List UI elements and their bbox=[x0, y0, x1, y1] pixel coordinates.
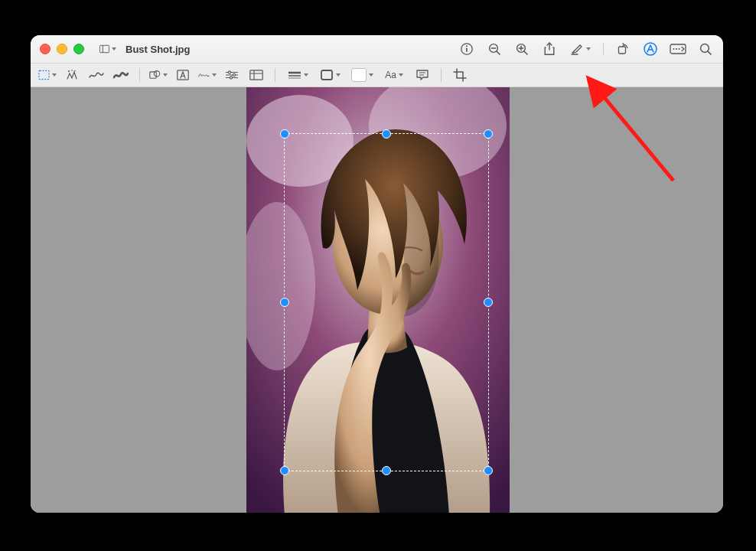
rotate-icon[interactable] bbox=[614, 41, 631, 57]
zoom-in-icon[interactable] bbox=[513, 41, 530, 57]
separator bbox=[441, 68, 442, 82]
selection-tool-button[interactable] bbox=[38, 67, 57, 83]
svg-rect-13 bbox=[619, 47, 626, 54]
svg-point-24 bbox=[71, 70, 73, 71]
svg-point-31 bbox=[233, 73, 235, 76]
selection-handle-top-mid[interactable] bbox=[382, 129, 391, 139]
svg-rect-25 bbox=[150, 72, 156, 78]
sidebar-toggle-button[interactable] bbox=[96, 39, 119, 59]
selection-handle-top-right[interactable] bbox=[484, 129, 493, 139]
selection-handle-mid-right[interactable] bbox=[484, 298, 493, 307]
zoom-out-icon[interactable] bbox=[486, 41, 503, 57]
sign-button[interactable] bbox=[198, 67, 217, 83]
svg-line-6 bbox=[497, 51, 500, 54]
instant-alpha-icon[interactable] bbox=[63, 67, 81, 83]
svg-rect-34 bbox=[250, 70, 262, 80]
selection-handle-mid-left[interactable] bbox=[280, 298, 289, 307]
minimize-window-button[interactable] bbox=[57, 44, 67, 54]
svg-rect-15 bbox=[670, 44, 686, 54]
shape-style-button[interactable] bbox=[285, 67, 311, 83]
markup-toolbar: Aa bbox=[31, 64, 723, 87]
zoom-window-button[interactable] bbox=[73, 44, 84, 54]
preview-window: Bust Shot.jpg bbox=[31, 35, 723, 513]
svg-point-33 bbox=[230, 77, 232, 79]
svg-point-3 bbox=[466, 45, 468, 47]
svg-rect-21 bbox=[39, 70, 49, 79]
svg-rect-40 bbox=[321, 70, 332, 80]
close-window-button[interactable] bbox=[40, 44, 51, 54]
markup-toggle-icon[interactable] bbox=[642, 41, 659, 57]
draw-icon[interactable] bbox=[112, 67, 130, 83]
document-title: Bust Shot.jpg bbox=[125, 44, 191, 55]
titlebar: Bust Shot.jpg bbox=[31, 35, 723, 64]
svg-rect-0 bbox=[99, 45, 109, 52]
svg-point-22 bbox=[68, 70, 70, 72]
annotate-description-icon[interactable] bbox=[413, 67, 432, 83]
window-controls bbox=[40, 44, 84, 54]
svg-rect-4 bbox=[466, 48, 468, 53]
text-style-label: Aa bbox=[385, 70, 396, 80]
fill-color-button[interactable] bbox=[349, 67, 375, 83]
svg-point-26 bbox=[154, 71, 160, 77]
sketch-icon[interactable] bbox=[87, 67, 106, 83]
svg-line-20 bbox=[708, 51, 711, 54]
info-icon[interactable] bbox=[458, 41, 475, 57]
separator bbox=[275, 68, 275, 82]
svg-point-29 bbox=[228, 71, 230, 73]
form-fill-icon[interactable] bbox=[670, 41, 686, 57]
selection-handle-top-left[interactable] bbox=[280, 129, 289, 139]
text-tool-icon[interactable] bbox=[174, 67, 192, 83]
svg-point-18 bbox=[679, 48, 680, 50]
svg-point-16 bbox=[673, 48, 675, 50]
crop-button[interactable] bbox=[451, 67, 469, 83]
selection-handle-bottom-left[interactable] bbox=[280, 466, 289, 475]
adjust-size-icon[interactable] bbox=[247, 67, 266, 83]
crop-selection-rect[interactable] bbox=[284, 133, 489, 471]
selection-handle-bottom-mid[interactable] bbox=[382, 466, 391, 475]
search-icon[interactable] bbox=[697, 41, 714, 57]
share-icon[interactable] bbox=[541, 41, 558, 57]
shapes-button[interactable] bbox=[149, 67, 168, 83]
selection-handle-bottom-right[interactable] bbox=[484, 466, 493, 475]
border-color-button[interactable] bbox=[317, 67, 343, 83]
highlight-icon[interactable] bbox=[569, 41, 592, 57]
svg-point-23 bbox=[74, 70, 76, 72]
fill-color-swatch bbox=[351, 68, 367, 82]
separator bbox=[603, 43, 604, 55]
svg-point-17 bbox=[676, 48, 677, 50]
svg-line-9 bbox=[524, 51, 527, 54]
adjust-color-icon[interactable] bbox=[223, 67, 241, 83]
text-style-button[interactable]: Aa bbox=[381, 67, 407, 83]
image-canvas[interactable] bbox=[31, 87, 723, 513]
separator bbox=[139, 68, 140, 82]
